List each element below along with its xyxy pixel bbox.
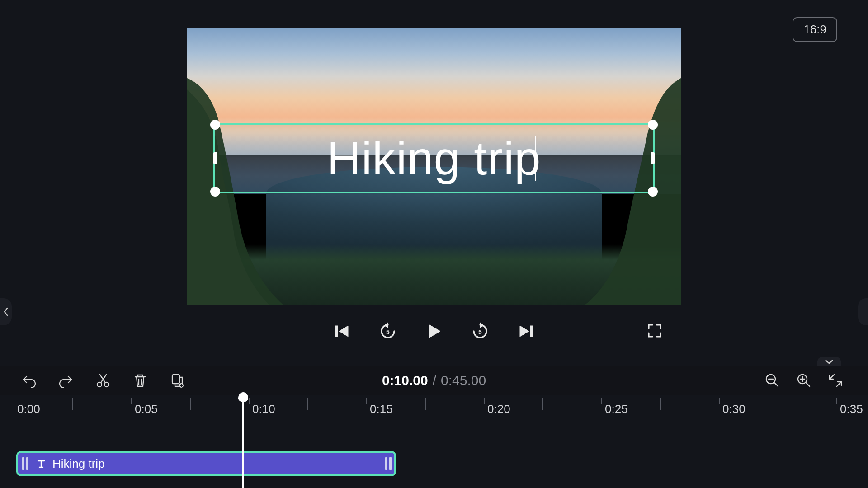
ruler-tick-label: 0:05 (135, 402, 158, 416)
fullscreen-button[interactable] (645, 321, 665, 341)
jump-end-button[interactable] (516, 321, 537, 342)
ruler-tick (14, 398, 14, 404)
split-button[interactable] (95, 372, 111, 389)
redo-button[interactable] (58, 372, 74, 389)
resize-handle-right[interactable] (651, 152, 655, 164)
text-clip[interactable]: Hiking trip (16, 451, 396, 476)
svg-rect-4 (172, 375, 179, 384)
undo-button[interactable] (21, 372, 37, 389)
toolbar-right-group (764, 372, 868, 389)
ruler-tick-label: 0:30 (722, 402, 745, 416)
rewind-5s-button[interactable]: 5 (377, 321, 398, 342)
text-overlay-content[interactable]: Hiking trip (327, 131, 541, 185)
ruler-tick (836, 398, 837, 404)
forward-label: 5 (478, 328, 482, 336)
ruler-tick (719, 398, 720, 404)
ruler-subtick (425, 398, 426, 410)
ruler-tick (366, 398, 367, 404)
aspect-ratio-button[interactable]: 16:9 (793, 17, 837, 42)
resize-handle-bottom-left[interactable] (210, 187, 220, 197)
clip-trim-right[interactable] (385, 457, 392, 470)
clip-label: Hiking trip (52, 457, 105, 471)
left-panel-toggle[interactable] (0, 298, 12, 325)
ruler-subtick (542, 398, 543, 410)
zoom-in-button[interactable] (796, 372, 812, 389)
resize-handle-left[interactable] (213, 152, 217, 164)
ruler-subtick (660, 398, 661, 410)
timeline-toolbar: 0:10.00 / 0:45.00 (0, 366, 868, 395)
total-time: 0:45.00 (441, 373, 486, 388)
ruler-tick (484, 398, 485, 404)
collapse-timeline-button[interactable] (817, 357, 841, 366)
zoom-out-button[interactable] (764, 372, 780, 389)
ruler-tick-label: 0:20 (487, 402, 510, 416)
ruler-subtick (72, 398, 73, 410)
playhead[interactable] (242, 395, 244, 488)
resize-handle-bottom-right[interactable] (648, 187, 658, 197)
playback-controls: 5 5 (187, 316, 681, 346)
rewind-label: 5 (386, 328, 390, 336)
ruler-tick-label: 0:15 (370, 402, 393, 416)
ruler-tick-label: 0:10 (252, 402, 275, 416)
timeline-ruler[interactable]: 0:000:050:100:150:200:250:300:35 (0, 395, 868, 420)
ruler-subtick (778, 398, 778, 410)
right-panel-toggle[interactable] (858, 298, 868, 325)
time-separator: / (433, 373, 436, 388)
text-overlay-selection[interactable]: Hiking trip (213, 123, 655, 193)
forward-5s-button[interactable]: 5 (470, 321, 491, 342)
ruler-tick-label: 0:00 (17, 402, 40, 416)
ruler-subtick (190, 398, 191, 410)
toolbar-left-group (0, 372, 185, 389)
duplicate-button[interactable] (169, 372, 185, 389)
text-caret (535, 136, 536, 181)
delete-button[interactable] (132, 372, 148, 389)
text-clip-icon (36, 459, 46, 469)
jump-start-button[interactable] (331, 321, 352, 342)
timeline-tracks[interactable]: Hiking trip (0, 420, 868, 488)
ruler-tick (249, 398, 250, 404)
time-display: 0:10.00 / 0:45.00 (382, 373, 486, 388)
current-time: 0:10.00 (382, 373, 428, 388)
resize-handle-top-left[interactable] (210, 120, 220, 130)
svg-rect-0 (335, 326, 338, 337)
svg-rect-1 (530, 326, 533, 337)
ruler-subtick (307, 398, 308, 410)
video-editor-app: 16:9 Hiking trip (0, 0, 868, 488)
ruler-tick (131, 398, 132, 404)
preview-canvas[interactable]: Hiking trip (187, 28, 681, 305)
ruler-tick (601, 398, 602, 404)
fit-timeline-button[interactable] (827, 372, 844, 389)
ruler-tick-label: 0:35 (840, 402, 863, 416)
ruler-tick-label: 0:25 (605, 402, 628, 416)
resize-handle-top-right[interactable] (648, 120, 658, 130)
play-button[interactable] (424, 321, 444, 342)
clip-trim-left[interactable] (18, 457, 33, 470)
preview-area: Hiking trip (187, 28, 681, 305)
